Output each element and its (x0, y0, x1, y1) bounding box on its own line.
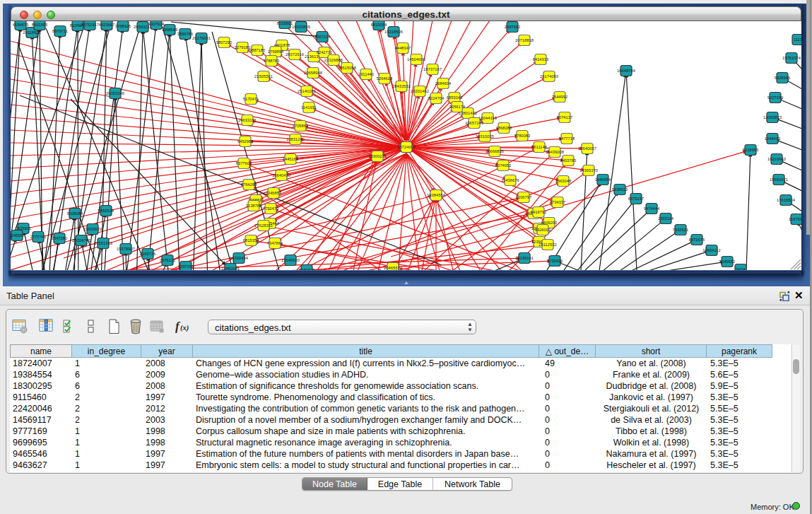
svg-text:8986828: 8986828 (299, 268, 315, 270)
svg-text:1167534: 1167534 (789, 217, 801, 221)
svg-text:26176031: 26176031 (192, 36, 211, 40)
svg-text:7792470: 7792470 (263, 206, 279, 211)
svg-text:10666836: 10666836 (486, 149, 504, 153)
svg-text:9227349: 9227349 (767, 95, 784, 100)
svg-text:3346853: 3346853 (266, 191, 282, 195)
svg-text:6879197: 6879197 (628, 197, 645, 201)
svg-text:15379907: 15379907 (117, 247, 135, 251)
svg-text:2759898: 2759898 (268, 49, 284, 54)
svg-text:18300275: 18300275 (368, 154, 387, 158)
svg-text:25004743: 25004743 (72, 238, 90, 243)
svg-text:7357224: 7357224 (314, 35, 331, 39)
svg-text:8453783: 8453783 (560, 158, 577, 163)
svg-text:22326865: 22326865 (324, 58, 343, 62)
svg-text:6074952: 6074952 (495, 163, 512, 168)
svg-text:15640410: 15640410 (272, 173, 290, 177)
svg-text:4448347: 4448347 (395, 46, 411, 50)
svg-text:2684934: 2684934 (435, 81, 452, 86)
svg-text:3890786: 3890786 (177, 32, 194, 36)
svg-text:20465572: 20465572 (384, 266, 402, 270)
svg-text:8074137: 8074137 (557, 115, 573, 119)
svg-text:2163726: 2163726 (140, 252, 156, 256)
svg-text:20658948: 20658948 (304, 71, 322, 75)
svg-text:9807290: 9807290 (216, 40, 233, 45)
svg-text:16044319: 16044319 (478, 116, 497, 120)
svg-text:13801412: 13801412 (459, 111, 477, 115)
svg-text:1868288: 1868288 (496, 126, 512, 130)
svg-text:2676122: 2676122 (160, 258, 176, 262)
svg-text:1141931: 1141931 (301, 105, 317, 110)
svg-text:9329966: 9329966 (775, 76, 791, 80)
svg-text:5852538: 5852538 (98, 209, 114, 213)
svg-text:9477718: 9477718 (559, 136, 575, 141)
svg-text:1117: 1117 (794, 37, 801, 42)
svg-text:(x): (x) (180, 324, 189, 332)
svg-text:8601895: 8601895 (32, 23, 48, 27)
svg-text:7632621: 7632621 (673, 228, 689, 232)
svg-text:6815354: 6815354 (243, 238, 259, 243)
svg-text:9424: 9424 (736, 267, 746, 270)
svg-text:10654112: 10654112 (702, 248, 720, 252)
svg-text:16210643: 16210643 (767, 157, 786, 161)
svg-text:2777741: 2777741 (30, 235, 47, 239)
svg-text:3138783: 3138783 (246, 204, 262, 208)
svg-text:2935114: 2935114 (658, 216, 674, 221)
svg-text:4734337: 4734337 (550, 200, 566, 204)
svg-text:2547280: 2547280 (52, 236, 68, 240)
svg-text:1297299: 1297299 (178, 264, 194, 269)
svg-text:25140261: 25140261 (298, 89, 316, 93)
svg-text:16439008: 16439008 (546, 150, 564, 154)
svg-text:8215955: 8215955 (743, 148, 759, 152)
svg-text:1926002: 1926002 (535, 228, 551, 232)
svg-text:15751074: 15751074 (782, 56, 801, 60)
svg-text:1733426: 1733426 (547, 259, 563, 263)
svg-text:2687682: 2687682 (505, 25, 521, 29)
svg-text:1268599: 1268599 (162, 28, 178, 32)
svg-text:9245652: 9245652 (719, 259, 736, 264)
svg-text:8764265: 8764265 (241, 182, 257, 187)
svg-text:1206797: 1206797 (516, 195, 532, 199)
svg-text:19218506: 19218506 (384, 30, 403, 34)
svg-text:1640954: 1640954 (595, 177, 611, 182)
svg-text:20053346: 20053346 (106, 91, 124, 95)
svg-text:7347861: 7347861 (267, 241, 283, 245)
svg-text:28372616: 28372616 (286, 52, 304, 57)
svg-text:8224704: 8224704 (428, 96, 445, 100)
svg-text:11436676: 11436676 (501, 178, 519, 182)
svg-text:18737167: 18737167 (423, 67, 442, 71)
svg-text:14136141: 14136141 (515, 256, 534, 260)
svg-text:1244415: 1244415 (765, 136, 781, 141)
svg-text:25112532: 25112532 (539, 243, 556, 247)
svg-text:8471676: 8471676 (689, 238, 705, 242)
svg-text:4194875: 4194875 (13, 23, 29, 27)
svg-text:4307924: 4307924 (148, 22, 165, 26)
svg-text:5264628: 5264628 (377, 76, 393, 81)
svg-text:20201462: 20201462 (411, 89, 429, 93)
svg-text:14365370: 14365370 (579, 168, 598, 173)
svg-text:2705864: 2705864 (293, 124, 309, 128)
svg-text:22882001: 22882001 (221, 267, 240, 270)
svg-text:23933633: 23933633 (83, 227, 102, 231)
svg-text:16330434: 16330434 (230, 256, 249, 260)
svg-text:9474444: 9474444 (644, 206, 660, 211)
svg-text:19548620: 19548620 (281, 258, 300, 262)
svg-text:15692971: 15692971 (770, 177, 788, 182)
svg-text:27628331: 27628331 (254, 223, 273, 228)
svg-text:5788783: 5788783 (264, 59, 280, 63)
svg-text:14504000: 14504000 (407, 57, 425, 62)
svg-text:3768426: 3768426 (115, 24, 131, 28)
svg-text:19310025: 19310025 (476, 134, 494, 139)
svg-text:9528084: 9528084 (67, 211, 83, 216)
svg-text:27551313: 27551313 (94, 241, 112, 245)
svg-text:16648784: 16648784 (617, 69, 636, 73)
svg-text:1445166: 1445166 (283, 157, 299, 161)
svg-text:9887180: 9887180 (249, 48, 266, 52)
svg-text:18724007: 18724007 (397, 145, 416, 149)
svg-text:24633191: 24633191 (238, 118, 257, 122)
svg-text:10831240: 10831240 (286, 137, 305, 141)
svg-text:8414333: 8414333 (533, 57, 549, 62)
svg-text:19657249: 19657249 (465, 121, 483, 125)
svg-text:5419792: 5419792 (531, 210, 547, 214)
svg-text:6853043: 6853043 (447, 95, 463, 100)
svg-text:7563048: 7563048 (555, 179, 572, 183)
